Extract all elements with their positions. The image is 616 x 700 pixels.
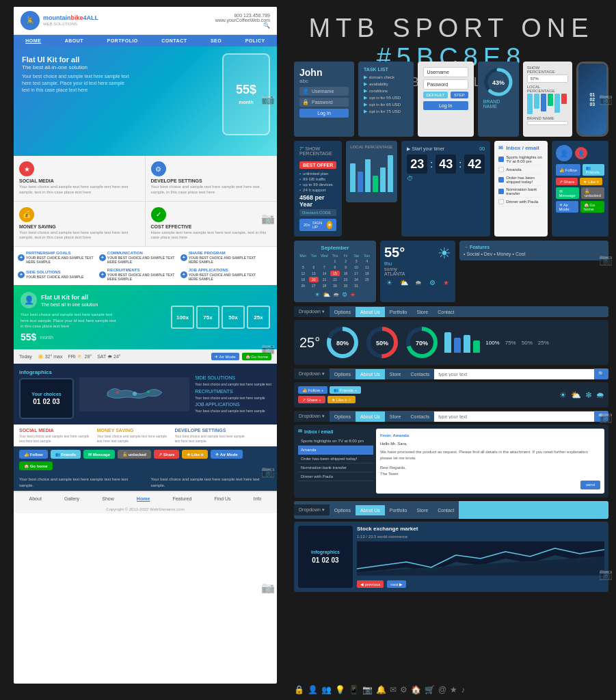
soc-home-btn[interactable]: 🏠 Go home [580, 201, 604, 213]
email-item-1[interactable]: Sports highlights on TV at 8:00 pm [298, 437, 373, 446]
mock-nav-about[interactable]: ABOUT [65, 38, 83, 43]
navbar-aboutus-1[interactable]: About Us [356, 307, 385, 317]
follow-btn[interactable]: 👍 Follow [19, 450, 48, 459]
navbar-search-icon[interactable]: 🔍 [594, 368, 608, 379]
mock-nav[interactable]: HOME ABOUT PORTFOLIO CONTACT SEO POLICY [14, 35, 277, 46]
share-btn[interactable]: ↗ Share [154, 450, 179, 459]
mock-nav-portfolio[interactable]: PORTFOLIO [107, 38, 137, 43]
navbar-contacts-2[interactable]: Contacts [406, 369, 435, 379]
inbox-check-2[interactable] [498, 167, 504, 172]
soc-air-btn[interactable]: ✈ Air Mode [556, 201, 578, 213]
navbar-store-1[interactable]: Store [412, 307, 433, 317]
icon-music[interactable]: ♪ [461, 685, 465, 695]
mock-link-share[interactable]: + SHARE PROGRAM Your best choice and sam… [179, 250, 259, 265]
login2-button[interactable]: Log In [423, 101, 468, 110]
icon-home[interactable]: 🏠 [411, 685, 421, 695]
navbar-row-2[interactable]: Dropdown ▾ Options About Us Store Contac… [294, 368, 608, 379]
navbar-store-2[interactable]: Store [385, 369, 406, 379]
navbar-store-4[interactable]: Store [412, 505, 433, 515]
navbar-contacts-3[interactable]: Contacts [406, 412, 435, 422]
email-item-4[interactable]: Nomination bank transfer [298, 463, 373, 472]
navbar-options-1[interactable]: Options [330, 307, 356, 317]
gohome-btn2[interactable]: 🏠 Go home [19, 461, 53, 470]
friends-btn2[interactable]: 👥 Friends + [330, 386, 361, 394]
icon-camera[interactable]: 📷 [362, 685, 373, 695]
icon-phone[interactable]: 📱 [349, 685, 359, 695]
soc-friends-btn[interactable]: 👥 Friends [582, 164, 604, 176]
icon-users[interactable]: 👥 [321, 685, 332, 695]
icon-at[interactable]: @ [438, 685, 446, 695]
inbox-check-1[interactable] [498, 157, 504, 162]
mock-link-communication[interactable]: + COMMUNICATION Your best choice and sam… [98, 250, 178, 265]
icon-cart[interactable]: 🛒 [425, 685, 435, 695]
soc-message-btn[interactable]: ✉ Message [556, 187, 579, 199]
inbox-item-2[interactable]: Amanda [498, 165, 543, 174]
mock-nav-seo[interactable]: SEO [211, 38, 222, 43]
navbar-dropdown-4[interactable]: Dropdown ▾ [294, 504, 330, 515]
offer-signup-btn[interactable]: 20x SIGN UP ★ [299, 219, 336, 231]
navbar-row-1[interactable]: Dropdown ▾ Options About Us Portfolio St… [294, 306, 608, 317]
friends-btn[interactable]: 👥 Friends [51, 450, 81, 459]
footer-nav-gallery[interactable]: Gallery [64, 496, 79, 501]
icon-bulb[interactable]: 💡 [335, 685, 345, 695]
inbox-item-5[interactable]: Dinner with Paula [498, 198, 543, 206]
icon-email[interactable]: ✉ [390, 685, 397, 695]
percentage-field[interactable]: 57% [527, 75, 568, 83]
mock-nav-home[interactable]: HOME [25, 38, 41, 43]
mock-link-side[interactable]: + SIDE SOLUTIONS Your best choice and sa… [16, 267, 96, 282]
navbar-aboutus-4[interactable]: About Us [356, 505, 385, 515]
email-item-5[interactable]: Dinner with Paula [298, 472, 373, 481]
navbar-dropdown-3[interactable]: Dropdown ▾ [294, 411, 330, 422]
soc-share-btn[interactable]: ↗ Share [556, 178, 578, 185]
inbox-item-1[interactable]: Sports highlights on TV at 8:00 pm [498, 154, 543, 165]
like-btn2[interactable]: ★ Like it ☆ [327, 396, 356, 403]
footer-nav-info[interactable]: Info [254, 496, 262, 501]
navbar-row-3[interactable]: Dropdown ▾ Options About Us Store Contac… [294, 411, 608, 422]
navbar-dropdown-2[interactable]: Dropdown ▾ [294, 368, 330, 379]
navbar-options-3[interactable]: Options [330, 412, 356, 422]
soc-like-btn[interactable]: ★ Like it [580, 178, 602, 185]
mock-nav-policy[interactable]: POLICY [245, 38, 265, 43]
like-btn[interactable]: ★ Like it [182, 450, 208, 459]
follow-btn2[interactable]: 👍 Follow + [298, 386, 327, 394]
share-btn2[interactable]: ↗ Share + [298, 396, 325, 403]
mock-link-recruit[interactable]: + RECRUITMENTS Your best choice and samp… [98, 267, 178, 282]
navbar-store-3[interactable]: Store [385, 412, 406, 422]
mock-footer-nav[interactable]: About Gallery Show Home Featured Find Us… [14, 491, 277, 505]
airmode-btn2[interactable]: ✈ Air Mode [211, 450, 242, 459]
navbar-row-4[interactable]: Dropdown ▾ Options About Us Portfolio St… [294, 501, 608, 519]
login-button[interactable]: Log In [299, 109, 349, 118]
prev-btn[interactable]: ◀ previous [357, 580, 384, 588]
default-btn[interactable]: DEFAULT [423, 92, 448, 98]
inbox-check-5[interactable] [498, 199, 504, 204]
mock-link-jobs[interactable]: + JOB APPLICATIONS Your best choice and … [179, 267, 259, 282]
navbar-aboutus-3[interactable]: About Us [356, 412, 385, 422]
soc-unlocked-btn[interactable]: 🔓 unlocked [581, 187, 604, 199]
navbar-portfolio-1[interactable]: Portfolio [385, 307, 412, 317]
mock-nav-contact[interactable]: CONTACT [161, 38, 187, 43]
step-btn[interactable]: STEP [451, 92, 468, 98]
email-send-btn[interactable]: send [580, 481, 600, 489]
email-item-2[interactable]: Amanda [298, 446, 373, 455]
login2-pass-input[interactable]: Password [423, 79, 468, 90]
navbar-options-4[interactable]: Options [330, 505, 356, 515]
icon-star[interactable]: ★ [450, 685, 457, 695]
navbar-search-input[interactable] [434, 369, 594, 379]
icon-user[interactable]: 👤 [308, 685, 318, 695]
footer-nav-featured[interactable]: Featured [172, 496, 191, 501]
brand-field[interactable] [527, 121, 568, 125]
mock-link-partnership[interactable]: + PARTNERSHIP GOALS Your best choice and… [16, 250, 96, 265]
footer-nav-about[interactable]: About [29, 496, 42, 501]
footer-nav-show[interactable]: Show [102, 496, 114, 501]
navbar-options-2[interactable]: Options [330, 369, 356, 379]
next-btn[interactable]: next ▶ [387, 580, 406, 588]
inbox-item-3[interactable]: Order has been shipped today! [498, 174, 543, 186]
inbox-item-4[interactable]: Nomination bank transfer [498, 186, 543, 198]
icon-lock[interactable]: 🔒 [294, 685, 304, 695]
inbox-check-4[interactable] [498, 189, 504, 194]
email-item-3[interactable]: Order has been shipped today! [298, 455, 373, 463]
unlocked-btn[interactable]: 🔓 unlocked [118, 450, 151, 459]
footer-nav-findus[interactable]: Find Us [215, 496, 231, 501]
inbox-check-3[interactable] [498, 177, 504, 183]
icon-bell[interactable]: 🔔 [376, 685, 386, 695]
